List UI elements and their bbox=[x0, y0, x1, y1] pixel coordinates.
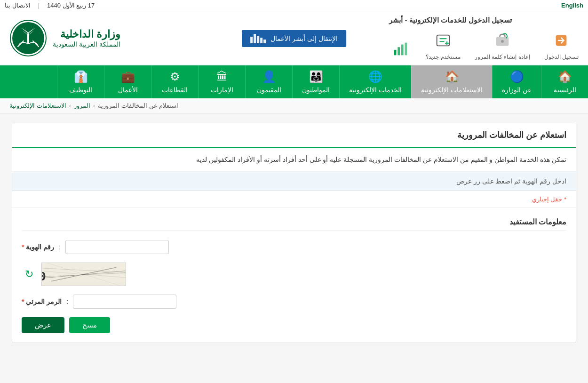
header-title: تسجيل الدخول للخدمات الإلكترونية - أبشر bbox=[389, 16, 512, 24]
emirates-icon: 🏛 bbox=[216, 70, 228, 83]
ministry-name: وزارة الداخلية bbox=[53, 28, 120, 40]
nav-label-sectors: القطاعات bbox=[162, 86, 188, 94]
refresh-captcha-button[interactable]: ↻ bbox=[22, 267, 37, 282]
nav-label-about: عن الوزارة bbox=[502, 86, 532, 94]
visual-code-label-text: الرمر المرئي bbox=[26, 298, 62, 305]
login-label: تسجيل الدخول bbox=[544, 54, 579, 60]
new-user-icon bbox=[432, 29, 454, 52]
form-section: معلومات المستفيد : رقم الهوية * bbox=[12, 208, 576, 343]
header-icons-area: تسجيل الدخول للخدمات الإلكترونية - أبشر … bbox=[389, 16, 579, 60]
sectors-icon: ⚙ bbox=[170, 70, 180, 83]
business-banner-text: الإنتقال إلى أبشر الأعمال bbox=[270, 35, 338, 42]
date-label: 17 ربيع الأول 1440 bbox=[47, 2, 95, 9]
info-bar: تمكن هذه الخدمة المواطن و المقيم من الاس… bbox=[12, 148, 576, 172]
nav-item-about[interactable]: 🔵 عن الوزارة bbox=[492, 65, 541, 98]
nav-label-citizens: المواطنون bbox=[302, 86, 330, 94]
about-icon: 🔵 bbox=[510, 70, 524, 83]
logo-text: وزارة الداخلية المملكة العربية السعودية bbox=[53, 28, 120, 48]
top-bar-left: English bbox=[561, 2, 583, 9]
residents-icon: 👤 bbox=[262, 70, 276, 83]
header: تسجيل الدخول للخدمات الإلكترونية - أبشر … bbox=[0, 11, 588, 65]
breadcrumb-traffic[interactable]: المرور bbox=[74, 102, 90, 109]
home-icon: 🏠 bbox=[558, 70, 572, 83]
nav-item-residents[interactable]: 👤 المقيمون bbox=[245, 65, 292, 98]
id-number-row: : رقم الهوية * bbox=[22, 240, 566, 254]
new-user-label: مستخدم جديد؟ bbox=[426, 54, 460, 60]
nav-label-business: الأعمال bbox=[118, 86, 138, 94]
nav-label-home: الرئيسية bbox=[554, 86, 576, 94]
nav-label-emirates: الإمارات bbox=[211, 86, 233, 94]
nav-item-citizens[interactable]: 👨‍👩‍👧 المواطنون bbox=[292, 65, 339, 98]
clear-button[interactable]: مسح bbox=[69, 317, 110, 333]
id-number-label: رقم الهوية * bbox=[22, 243, 54, 251]
top-bar: English 17 ربيع الأول 1440 | الاتصال بنا bbox=[0, 0, 588, 11]
visual-required-star: * bbox=[22, 298, 24, 305]
nav-item-jobs[interactable]: 👔 التوظيف bbox=[57, 65, 104, 98]
required-note-bar: * حقل إجباري bbox=[12, 191, 576, 208]
new-user-icon-item[interactable]: مستخدم جديد؟ bbox=[426, 29, 460, 60]
form-buttons: مسح عرض bbox=[22, 317, 566, 333]
breadcrumb-inquiries[interactable]: الاستعلامات الإلكترونية bbox=[9, 102, 66, 109]
top-bar-right: 17 ربيع الأول 1440 | الاتصال بنا bbox=[5, 2, 95, 9]
instruction-bar: ادخل رقم الهوية ثم اضغط على ‎زر عرض bbox=[12, 172, 576, 191]
nav-item-services[interactable]: 🌐 الخدمات الإلكترونية bbox=[339, 65, 411, 98]
id-number-input[interactable] bbox=[65, 240, 169, 254]
business-banner[interactable]: الإنتقال إلى أبشر الأعمال bbox=[242, 30, 346, 47]
jobs-icon: 👔 bbox=[74, 70, 88, 83]
visual-colon: : bbox=[66, 298, 68, 305]
stats-icon bbox=[389, 38, 412, 60]
required-note-text: * حقل إجباري bbox=[532, 196, 566, 203]
nav-item-emirates[interactable]: 🏛 الإمارات bbox=[198, 65, 245, 98]
reset-password-label: إعادة إنشاء كلمة المرور bbox=[475, 54, 530, 60]
nav-label-jobs: التوظيف bbox=[69, 86, 92, 94]
svg-point-2 bbox=[501, 40, 504, 43]
contact-label[interactable]: الاتصال بنا bbox=[5, 2, 31, 9]
reset-password-icon-item[interactable]: إعادة إنشاء كلمة المرور bbox=[475, 29, 530, 60]
nav-item-inquiries[interactable]: 🏠 الاستعلامات الإلكترونية bbox=[411, 65, 492, 98]
id-required-star: * bbox=[22, 243, 24, 251]
main-content: استعلام عن المخالفات المرورية تمكن هذه ا… bbox=[12, 123, 576, 343]
reset-password-icon bbox=[491, 29, 514, 52]
svg-rect-4 bbox=[437, 35, 450, 46]
business-banner-icon bbox=[250, 34, 266, 43]
separator: | bbox=[38, 2, 40, 9]
svg-rect-5 bbox=[394, 50, 397, 55]
services-icon: 🌐 bbox=[368, 70, 382, 83]
id-number-label-text: رقم الهوية bbox=[26, 243, 54, 251]
header-icons-list: تسجيل الدخول إعادة إنشاء bbox=[389, 29, 579, 60]
nav-label-inquiries: الاستعلامات الإلكترونية bbox=[421, 86, 483, 94]
view-button[interactable]: عرض bbox=[22, 317, 64, 333]
nav-item-home[interactable]: 🏠 الرئيسية bbox=[541, 65, 588, 98]
form-section-title: معلومات المستفيد bbox=[22, 217, 566, 231]
visual-code-input[interactable] bbox=[73, 295, 176, 309]
svg-text:4050: 4050 bbox=[42, 270, 49, 284]
svg-rect-11 bbox=[27, 33, 29, 44]
nav-item-business[interactable]: 💼 الأعمال bbox=[104, 65, 151, 98]
page-title-bar: استعلام عن المخالفات المرورية bbox=[12, 123, 576, 148]
login-icon-item[interactable]: تسجيل الدخول bbox=[544, 29, 579, 60]
nav-label-residents: المقيمون bbox=[257, 86, 281, 94]
svg-rect-7 bbox=[401, 45, 404, 56]
breadcrumb-current: استعلام عن المخالفات المرورية bbox=[98, 102, 178, 109]
business-icon: 💼 bbox=[121, 70, 135, 83]
logo-emblem bbox=[9, 19, 47, 57]
breadcrumb-sep1: › bbox=[93, 102, 95, 109]
captcha-image: 4050 bbox=[41, 263, 126, 286]
breadcrumb-sep2: › bbox=[69, 102, 71, 109]
nav-item-sectors[interactable]: ⚙ القطاعات bbox=[151, 65, 198, 98]
visual-code-row: : الرمر المرئي * bbox=[22, 295, 566, 309]
logo-area: وزارة الداخلية المملكة العربية السعودية bbox=[9, 19, 120, 57]
id-colon: : bbox=[59, 243, 61, 251]
svg-rect-6 bbox=[398, 47, 400, 55]
citizens-icon: 👨‍👩‍👧 bbox=[309, 70, 323, 83]
svg-rect-12 bbox=[42, 263, 126, 286]
visual-code-label: الرمر المرئي * bbox=[22, 298, 62, 305]
stats-icon-item[interactable] bbox=[389, 38, 412, 60]
captcha-svg: 4050 bbox=[42, 263, 126, 286]
inquiries-icon: 🏠 bbox=[445, 70, 459, 83]
nav-label-services: الخدمات الإلكترونية bbox=[349, 86, 402, 94]
english-link[interactable]: English bbox=[561, 2, 583, 9]
svg-rect-8 bbox=[405, 43, 407, 56]
country-name: المملكة العربية السعودية bbox=[53, 40, 120, 48]
breadcrumb: استعلام عن المخالفات المرورية › المرور ›… bbox=[0, 98, 588, 113]
